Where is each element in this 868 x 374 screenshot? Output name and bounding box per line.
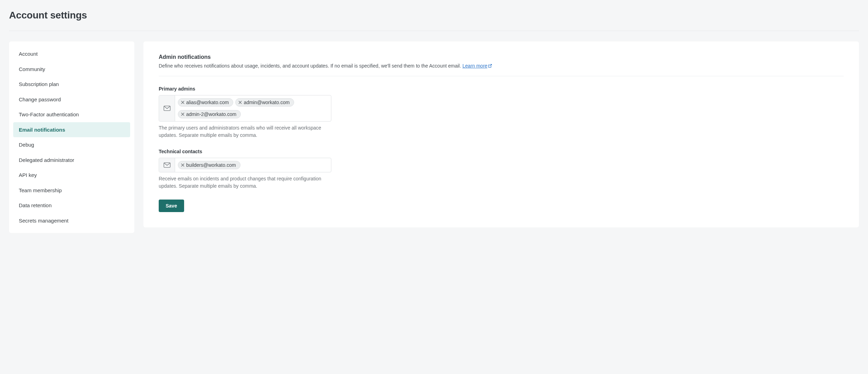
learn-more-link[interactable]: Learn more — [463, 63, 492, 69]
envelope-icon — [164, 106, 171, 111]
remove-tag-icon[interactable] — [238, 101, 242, 104]
settings-sidebar: AccountCommunitySubscription planChange … — [9, 41, 134, 233]
primary-admins-field: Primary admins alias@workato.comadmin@wo… — [159, 86, 844, 139]
primary-admins-label: Primary admins — [159, 86, 844, 92]
envelope-icon — [164, 162, 171, 168]
sidebar-item-account[interactable]: Account — [13, 46, 130, 62]
learn-more-label: Learn more — [463, 63, 488, 69]
primary-admin-tag: admin-2@workato.com — [178, 110, 241, 118]
input-prefix — [159, 158, 175, 172]
tag-label: alias@workato.com — [186, 100, 229, 105]
sidebar-item-team-membership[interactable]: Team membership — [13, 183, 130, 198]
primary-admins-tag-area[interactable]: alias@workato.comadmin@workato.comadmin-… — [175, 95, 331, 121]
section-description: Define who receives notifications about … — [159, 62, 844, 70]
input-prefix — [159, 95, 175, 121]
primary-admins-input[interactable]: alias@workato.comadmin@workato.comadmin-… — [159, 95, 331, 122]
section-divider — [159, 76, 844, 76]
sidebar-item-secrets-management[interactable]: Secrets management — [13, 213, 130, 228]
sidebar-item-delegated-administrator[interactable]: Delegated administrator — [13, 153, 130, 168]
remove-tag-icon[interactable] — [181, 163, 184, 167]
sidebar-item-subscription-plan[interactable]: Subscription plan — [13, 77, 130, 92]
external-link-icon — [488, 64, 492, 68]
remove-tag-icon[interactable] — [181, 101, 184, 104]
page-title: Account settings — [9, 10, 859, 21]
sidebar-item-debug[interactable]: Debug — [13, 137, 130, 153]
technical-contacts-field: Technical contacts builders@workato.com … — [159, 149, 844, 190]
sidebar-item-change-password[interactable]: Change password — [13, 92, 130, 107]
settings-panel: Admin notifications Define who receives … — [143, 41, 859, 227]
tag-label: builders@workato.com — [186, 162, 236, 168]
technical-contact-tag: builders@workato.com — [178, 161, 240, 169]
primary-admin-tag: admin@workato.com — [235, 98, 294, 107]
tag-label: admin@workato.com — [244, 100, 290, 105]
section-title: Admin notifications — [159, 54, 844, 60]
technical-contacts-label: Technical contacts — [159, 149, 844, 154]
sidebar-item-api-key[interactable]: API key — [13, 167, 130, 183]
primary-admin-tag: alias@workato.com — [178, 98, 233, 107]
divider — [9, 31, 859, 31]
section-description-text: Define who receives notifications about … — [159, 63, 463, 69]
save-button[interactable]: Save — [159, 200, 184, 212]
sidebar-item-two-factor-authentication[interactable]: Two-Factor authentication — [13, 107, 130, 122]
technical-contacts-input[interactable]: builders@workato.com — [159, 158, 331, 172]
technical-contacts-help: Receive emails on incidents and product … — [159, 175, 331, 190]
sidebar-item-email-notifications[interactable]: Email notifications — [13, 122, 130, 138]
primary-admins-help: The primary users and administrators ema… — [159, 124, 331, 139]
sidebar-item-community[interactable]: Community — [13, 62, 130, 77]
tag-label: admin-2@workato.com — [186, 111, 236, 117]
sidebar-item-data-retention[interactable]: Data retention — [13, 198, 130, 213]
technical-contacts-tag-area[interactable]: builders@workato.com — [175, 158, 331, 172]
remove-tag-icon[interactable] — [181, 112, 184, 116]
